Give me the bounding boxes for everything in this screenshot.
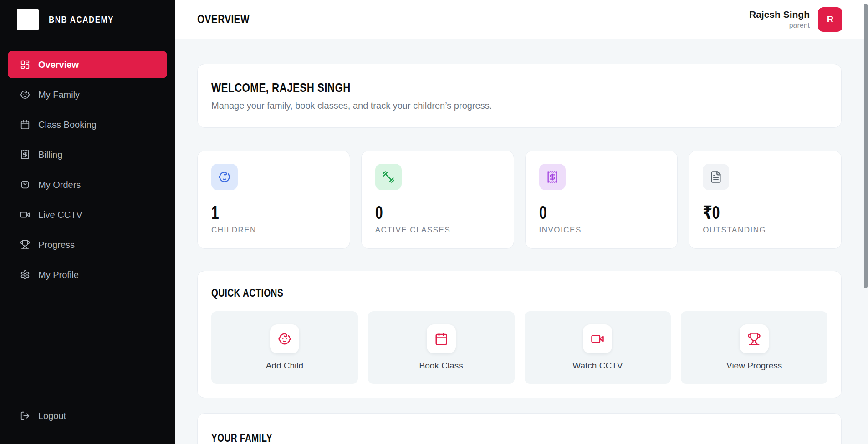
scrollbar-track <box>864 0 868 444</box>
stat-label: ACTIVE CLASSES <box>375 226 500 235</box>
calendar-icon <box>434 332 448 346</box>
sidebar-item-my-orders[interactable]: My Orders <box>8 171 167 198</box>
stat-value: 0 <box>375 203 383 222</box>
sidebar-item-label: My Profile <box>38 270 79 280</box>
avatar[interactable]: R <box>818 7 842 32</box>
scrollbar-thumb[interactable] <box>864 4 868 288</box>
stat-value: 0 <box>539 203 547 222</box>
welcome-title: WELCOME, RAJESH SINGH <box>211 81 351 95</box>
quick-actions-grid: Add Child Book Class Watch CCTV <box>211 311 827 384</box>
icon-box <box>583 324 612 353</box>
stat-card-outstanding: ₹0 OUTSTANDING <box>689 151 842 249</box>
user-role: parent <box>749 21 810 30</box>
baby-icon <box>20 90 30 100</box>
sidebar-item-label: Live CCTV <box>38 210 82 220</box>
logout-icon <box>20 411 30 421</box>
stat-card-children: 1 CHILDREN <box>197 151 350 249</box>
top-header: OVERVIEW Rajesh Singh parent R <box>175 0 868 39</box>
receipt-icon <box>546 171 559 183</box>
stat-icon-tile <box>539 164 566 190</box>
page-title: OVERVIEW <box>197 12 250 26</box>
dashboard-icon <box>20 60 30 70</box>
icon-box <box>740 324 769 353</box>
sidebar-item-label: Progress <box>38 240 75 250</box>
calendar-icon <box>20 120 30 130</box>
quick-actions-card: QUICK ACTIONS Add Child Book Class <box>197 271 842 398</box>
quick-actions-title: QUICK ACTIONS <box>211 287 283 299</box>
shopping-bag-icon <box>20 180 30 190</box>
sidebar-item-billing[interactable]: Billing <box>8 141 167 168</box>
stat-icon-tile <box>703 164 729 190</box>
content-column: OVERVIEW Rajesh Singh parent R WELCOME, … <box>175 0 868 444</box>
video-camera-icon <box>20 210 30 220</box>
welcome-card: WELCOME, RAJESH SINGH Manage your family… <box>197 64 842 128</box>
view-progress-button[interactable]: View Progress <box>681 311 827 384</box>
sidebar-item-my-family[interactable]: My Family <box>8 81 167 108</box>
logout-button[interactable]: Logout <box>8 402 167 429</box>
stat-icon-tile <box>211 164 238 190</box>
add-child-button[interactable]: Add Child <box>211 311 358 384</box>
user-name: Rajesh Singh <box>749 8 810 20</box>
baby-icon <box>218 171 231 183</box>
icon-box <box>270 324 299 353</box>
book-class-button[interactable]: Book Class <box>368 311 515 384</box>
sidebar-item-label: My Family <box>38 90 80 100</box>
file-text-icon <box>710 171 722 183</box>
gear-icon <box>20 270 30 280</box>
stats-row: 1 CHILDREN 0 ACTIVE CLASSES 0 INVOICES <box>197 151 842 249</box>
brand: BNB ACADEMY <box>0 0 175 39</box>
stat-value: ₹0 <box>703 203 720 222</box>
trophy-icon <box>747 332 761 346</box>
stat-label: CHILDREN <box>211 226 336 235</box>
action-label: Book Class <box>419 361 463 371</box>
sidebar-item-progress[interactable]: Progress <box>8 231 167 258</box>
sidebar-item-overview[interactable]: Overview <box>8 51 167 78</box>
logout-label: Logout <box>38 411 66 421</box>
sidebar-nav: Overview My Family Class Booking Billing… <box>0 39 175 288</box>
brand-name: BNB ACADEMY <box>49 14 114 25</box>
icon-box <box>427 324 456 353</box>
sidebar-item-class-booking[interactable]: Class Booking <box>8 111 167 138</box>
sidebar-item-live-cctv[interactable]: Live CCTV <box>8 201 167 228</box>
sidebar-item-label: Billing <box>38 150 62 160</box>
stat-card-active-classes: 0 ACTIVE CLASSES <box>361 151 514 249</box>
baby-icon <box>278 332 291 346</box>
stat-card-invoices: 0 INVOICES <box>525 151 678 249</box>
video-camera-icon <box>591 332 604 346</box>
stat-label: OUTSTANDING <box>703 226 827 235</box>
main-area: WELCOME, RAJESH SINGH Manage your family… <box>175 39 868 444</box>
action-label: Add Child <box>266 361 303 371</box>
trophy-icon <box>20 240 30 250</box>
action-label: View Progress <box>726 361 782 371</box>
family-card: YOUR FAMILY <box>197 413 842 444</box>
sidebar: BNB ACADEMY Overview My Family Class Boo… <box>0 0 175 444</box>
stat-label: INVOICES <box>539 226 664 235</box>
stat-icon-tile <box>375 164 402 190</box>
stat-value: 1 <box>211 203 219 222</box>
sidebar-item-label: My Orders <box>38 180 81 190</box>
watch-cctv-button[interactable]: Watch CCTV <box>525 311 671 384</box>
user-info: Rajesh Singh parent <box>749 8 810 30</box>
sidebar-footer: Logout <box>0 393 175 444</box>
app-window: BNB ACADEMY Overview My Family Class Boo… <box>0 0 868 444</box>
welcome-subtitle: Manage your family, book classes, and tr… <box>211 101 827 111</box>
brand-logo <box>17 9 39 30</box>
action-label: Watch CCTV <box>572 361 623 371</box>
sidebar-item-label: Class Booking <box>38 120 97 130</box>
sidebar-item-my-profile[interactable]: My Profile <box>8 261 167 288</box>
sidebar-item-label: Overview <box>38 60 79 70</box>
dumbbell-icon <box>382 171 395 183</box>
user-chip: Rajesh Singh parent R <box>749 7 842 32</box>
family-title: YOUR FAMILY <box>211 432 272 444</box>
receipt-icon <box>20 150 30 160</box>
